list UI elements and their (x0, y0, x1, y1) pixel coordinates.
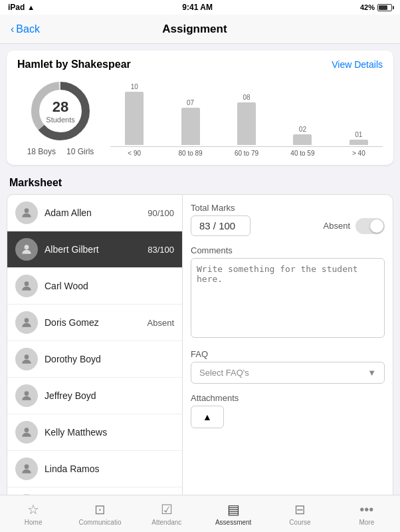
tab-item-home[interactable]: ☆Home (0, 499, 66, 529)
back-button[interactable]: ‹ Back (11, 23, 40, 35)
view-details-button[interactable]: View Details (332, 59, 383, 70)
bars-area: 1007080201 (110, 77, 383, 147)
card-header: Hamlet by Shakespear View Details (17, 59, 383, 70)
faq-placeholder: Select FAQ's (199, 368, 249, 378)
tab-label-attendance: Attendanc (151, 519, 181, 526)
list-item[interactable]: Adam Allen90/100 (7, 195, 182, 231)
avatar (15, 458, 38, 480)
svg-point-3 (25, 208, 29, 213)
bar-group: 10 (110, 83, 158, 145)
student-score: 83/100 (148, 245, 174, 255)
marks-row: Absent (191, 215, 385, 236)
tab-label-assessment: Assessment (215, 519, 251, 526)
bar-group: 02 (278, 126, 326, 145)
tab-item-course[interactable]: ⊟Course (266, 499, 333, 529)
device-label: iPad (8, 3, 25, 12)
split-layout: Adam Allen90/100Albert Gilbert83/100Carl… (7, 194, 393, 503)
marksheet-section: Marksheet Adam Allen90/100Albert Gilbert… (7, 172, 393, 503)
svg-point-4 (25, 245, 29, 249)
avatar (15, 201, 38, 224)
back-label: Back (16, 23, 40, 35)
course-icon: ⊟ (294, 501, 306, 517)
attachments-label: Attachments (191, 393, 385, 403)
chevron-down-icon: ▼ (367, 368, 376, 378)
svg-point-10 (25, 464, 29, 469)
marks-input[interactable] (191, 215, 250, 236)
absent-toggle-switch[interactable] (355, 218, 385, 234)
bar-group: 07 (166, 99, 214, 145)
attendance-icon: ☑ (161, 501, 173, 517)
student-info: Albert Gilbert (45, 244, 141, 255)
student-info: Linda Ramos (45, 464, 174, 474)
student-name: Linda Ramos (45, 464, 174, 474)
student-info: Carl Wood (45, 281, 174, 291)
bar-value: 02 (299, 126, 306, 133)
bar-label: < 90 (110, 150, 158, 157)
avatar (15, 238, 38, 261)
more-icon: ••• (359, 502, 373, 517)
assignment-title: Hamlet by Shakespear (17, 59, 131, 70)
comments-label: Comments (191, 245, 385, 255)
student-name: Dorothy Boyd (45, 354, 174, 364)
donut-total: 28 (46, 98, 74, 116)
status-left: iPad ▲ (8, 3, 35, 12)
status-bar: iPad ▲ 9:41 AM 42% (0, 0, 400, 15)
tab-label-more: More (359, 519, 374, 526)
tab-item-more[interactable]: •••More (334, 499, 400, 529)
total-marks-label: Total Marks (191, 203, 385, 213)
tab-label-communication: Communicatio (79, 519, 122, 526)
list-item[interactable]: Dorothy Boyd (7, 341, 182, 378)
list-item[interactable]: Carl Wood (7, 268, 182, 305)
svg-point-7 (25, 354, 29, 359)
tab-label-course: Course (289, 519, 310, 526)
student-name: Albert Gilbert (45, 244, 141, 255)
student-name: Kelly Matthews (45, 427, 174, 438)
list-item[interactable]: Albert Gilbert83/100 (7, 231, 182, 268)
svg-point-8 (25, 391, 29, 396)
svg-point-5 (25, 281, 29, 286)
student-list: Adam Allen90/100Albert Gilbert83/100Carl… (7, 194, 183, 503)
bar-rect (350, 140, 368, 145)
comments-textarea[interactable] (191, 258, 385, 338)
boys-count: 18 Boys (27, 147, 56, 156)
list-item[interactable]: Kelly Matthews (7, 414, 182, 451)
marksheet-title: Marksheet (7, 172, 393, 194)
status-right: 42% (360, 3, 392, 11)
student-info: Jeffrey Boyd (45, 390, 174, 401)
bar-value: 08 (243, 94, 250, 101)
chevron-left-icon: ‹ (11, 23, 14, 35)
gender-stats: 18 Boys 10 Girls (27, 147, 94, 156)
absent-label: Absent (324, 221, 350, 231)
bar-chart: 1007080201 < 9080 to 8960 to 7940 to 59>… (110, 77, 383, 157)
svg-point-6 (25, 318, 29, 323)
list-item[interactable]: Jeffrey Boyd (7, 378, 182, 414)
stats-section: 28 Students 18 Boys 10 Girls 1007080201 … (17, 77, 383, 157)
avatar (15, 384, 38, 407)
faq-select[interactable]: Select FAQ's ▼ (191, 362, 385, 384)
donut-wrapper: 28 Students (27, 78, 94, 144)
upload-button[interactable]: ▲ (191, 406, 224, 428)
tab-item-communication[interactable]: ⊡Communicatio (66, 499, 133, 529)
bar-value: 07 (187, 99, 194, 106)
list-item[interactable]: Linda Ramos (7, 451, 182, 487)
avatar (15, 421, 38, 444)
student-name: Carl Wood (45, 281, 174, 291)
girls-count: 10 Girls (66, 147, 94, 156)
list-item[interactable]: Doris GomezAbsent (7, 305, 182, 341)
nav-bar: ‹ Back Assignment (0, 15, 400, 44)
wifi-icon: ▲ (27, 3, 35, 11)
tab-item-assessment[interactable]: ▤Assessment (200, 499, 266, 529)
nav-title: Assignment (40, 23, 350, 36)
bar-label: 80 to 89 (166, 150, 214, 157)
student-info: Doris Gomez (45, 317, 141, 328)
student-info: Kelly Matthews (45, 427, 174, 438)
tab-item-attendance[interactable]: ☑Attendanc (134, 499, 200, 529)
right-panel: Total Marks Absent Comments FAQ Select F… (183, 194, 393, 503)
student-name: Jeffrey Boyd (45, 390, 174, 401)
bar-rect (293, 134, 312, 145)
toggle-knob (370, 219, 383, 233)
communication-icon: ⊡ (94, 501, 106, 517)
assignment-card: Hamlet by Shakespear View Details 28 Stu… (7, 51, 393, 165)
absent-toggle: Absent (324, 218, 385, 234)
battery-percent: 42% (360, 3, 375, 11)
